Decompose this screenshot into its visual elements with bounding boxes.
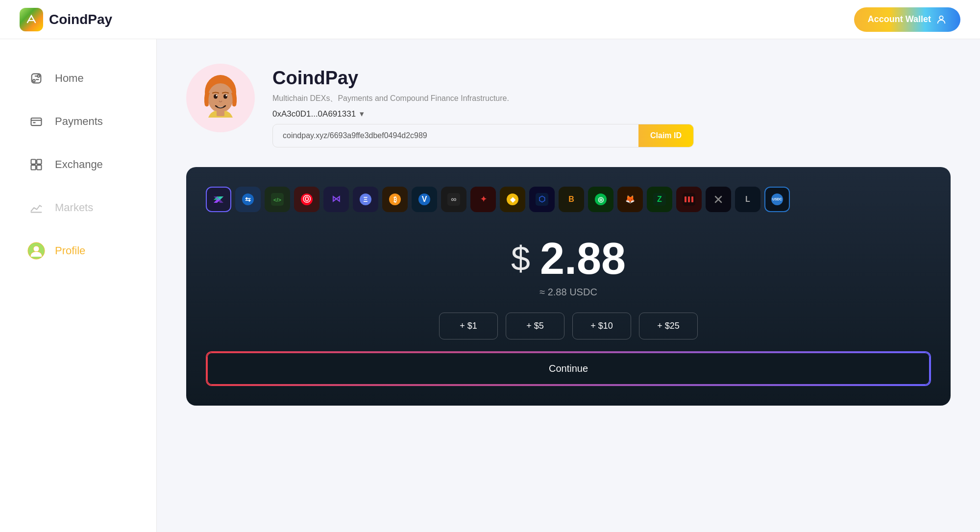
chain-icon-infinity[interactable]: ∞ (441, 187, 466, 212)
avatar-image (191, 69, 250, 127)
balance-amount: $ 2.88 (206, 237, 931, 281)
svg-rect-7 (37, 165, 41, 169)
claim-row: coindpay.xyz/6693a9ffe3dbef0494d2c989 Cl… (272, 124, 694, 147)
claim-url: coindpay.xyz/6693a9ffe3dbef0494d2c989 (273, 124, 638, 147)
chain-icon-optimism[interactable]: Ⓞ (294, 187, 319, 212)
svg-text:∞: ∞ (451, 195, 456, 203)
sidebar: Home Payments Exc (0, 39, 157, 532)
profile-name: CoindPay (272, 68, 694, 89)
svg-text:</>: </> (273, 197, 281, 203)
svg-rect-5 (31, 165, 36, 169)
profile-info: CoindPay Multichain DEXs、Payments and Co… (272, 64, 694, 147)
sidebar-label-home: Home (55, 72, 84, 85)
chain-icon-v[interactable]: V (412, 187, 437, 212)
quick-add-row: + $1 + $5 + $10 + $25 (206, 313, 931, 339)
svg-rect-3 (31, 118, 42, 125)
balance-value: 2.88 (540, 237, 626, 281)
claim-id-button[interactable]: Claim ID (638, 124, 693, 147)
svg-text:Ⓞ: Ⓞ (303, 195, 311, 203)
logo-area: CoindPay (20, 8, 112, 31)
chain-icon-bnb[interactable]: ◆ (500, 187, 525, 212)
svg-text:⇆: ⇆ (245, 195, 251, 203)
exchange-icon (27, 156, 45, 173)
svg-rect-48 (685, 196, 686, 202)
continue-button[interactable]: Continue (206, 351, 931, 386)
chain-icon-l-token[interactable]: L (735, 187, 760, 212)
quick-add-1[interactable]: + $1 (439, 313, 498, 339)
profile-header: CoindPay Multichain DEXs、Payments and Co… (186, 64, 951, 147)
sidebar-item-markets[interactable]: Markets (8, 188, 148, 227)
sidebar-label-markets: Markets (55, 201, 93, 214)
main-content: CoindPay Multichain DEXs、Payments and Co… (157, 39, 980, 532)
svg-rect-49 (688, 196, 690, 202)
wallet-card: ⇆ </> Ⓞ ⋈ Ξ ₿ (186, 167, 951, 406)
svg-text:V: V (422, 195, 427, 203)
chain-icon-usdc[interactable]: USDC (764, 187, 790, 212)
user-icon (936, 14, 947, 25)
avatar (186, 64, 255, 132)
svg-text:✦: ✦ (480, 195, 487, 203)
chain-icon-stripe[interactable] (676, 187, 702, 212)
svg-text:🦊: 🦊 (625, 194, 635, 204)
sidebar-item-profile[interactable]: Profile (8, 231, 148, 270)
chain-icon-x-token[interactable] (706, 187, 731, 212)
wallet-address[interactable]: 0xA3c0D1...0A691331 ▾ (272, 109, 694, 119)
svg-rect-6 (37, 160, 41, 164)
chain-icon-link[interactable]: ⬡ (529, 187, 555, 212)
amount-display: $ 2.88 ≈ 2.88 USDC (206, 237, 931, 298)
dollar-symbol: $ (511, 242, 530, 276)
svg-rect-50 (691, 196, 693, 202)
logo-text: CoindPay (49, 12, 112, 27)
chain-icon-b-token[interactable]: B (559, 187, 584, 212)
sidebar-label-payments: Payments (55, 115, 103, 128)
profile-description: Multichain DEXs、Payments and Compound Fi… (272, 94, 694, 104)
svg-text:◎: ◎ (598, 195, 604, 203)
chain-icon-polygon[interactable]: ⋈ (323, 187, 349, 212)
chain-icon-ethereum[interactable]: Ξ (353, 187, 378, 212)
svg-text:Ξ: Ξ (363, 195, 368, 203)
svg-point-0 (939, 16, 943, 19)
svg-rect-4 (31, 160, 36, 164)
svg-text:⋈: ⋈ (332, 194, 341, 204)
svg-point-9 (33, 246, 39, 252)
sidebar-item-home[interactable]: Home (8, 59, 148, 98)
svg-text:Z: Z (657, 195, 662, 203)
quick-add-5[interactable]: + $5 (506, 313, 564, 339)
chain-icon-bitcoin[interactable]: ₿ (382, 187, 408, 212)
chain-icons-row: ⇆ </> Ⓞ ⋈ Ξ ₿ (206, 187, 931, 212)
chain-icon-transfer[interactable]: ⇆ (235, 187, 261, 212)
svg-rect-16 (217, 110, 224, 116)
main-layout: Home Payments Exc (0, 39, 980, 532)
header: CoindPay Account Wallet (0, 0, 980, 39)
sidebar-label-profile: Profile (55, 244, 85, 257)
svg-text:USDC: USDC (772, 197, 782, 201)
balance-approx: ≈ 2.88 USDC (206, 287, 931, 298)
chevron-down-icon: ▾ (360, 109, 364, 119)
markets-icon (27, 199, 45, 217)
quick-add-25[interactable]: + $25 (639, 313, 698, 339)
svg-point-14 (216, 95, 218, 97)
svg-text:₿: ₿ (393, 195, 397, 203)
sidebar-item-exchange[interactable]: Exchange (8, 145, 148, 184)
chain-icon-code[interactable]: </> (265, 187, 290, 212)
chain-icon-g-token[interactable]: ◎ (588, 187, 613, 212)
payments-icon (27, 113, 45, 130)
svg-point-2 (33, 79, 35, 82)
svg-text:◆: ◆ (510, 195, 516, 203)
svg-point-15 (226, 95, 227, 97)
svg-text:L: L (745, 195, 750, 203)
sidebar-item-payments[interactable]: Payments (8, 102, 148, 141)
svg-text:B: B (568, 195, 574, 203)
logo-icon (20, 8, 43, 31)
chain-icon-z-token[interactable]: Z (647, 187, 672, 212)
svg-text:⬡: ⬡ (539, 195, 545, 203)
chain-icon-metamask[interactable]: 🦊 (617, 187, 643, 212)
sidebar-label-exchange: Exchange (55, 158, 103, 171)
home-icon (27, 70, 45, 87)
quick-add-10[interactable]: + $10 (572, 313, 631, 339)
chain-icon-solana[interactable] (206, 187, 231, 212)
profile-icon (27, 242, 45, 260)
chain-icon-multi[interactable]: ✦ (470, 187, 496, 212)
account-wallet-button[interactable]: Account Wallet (854, 7, 960, 32)
